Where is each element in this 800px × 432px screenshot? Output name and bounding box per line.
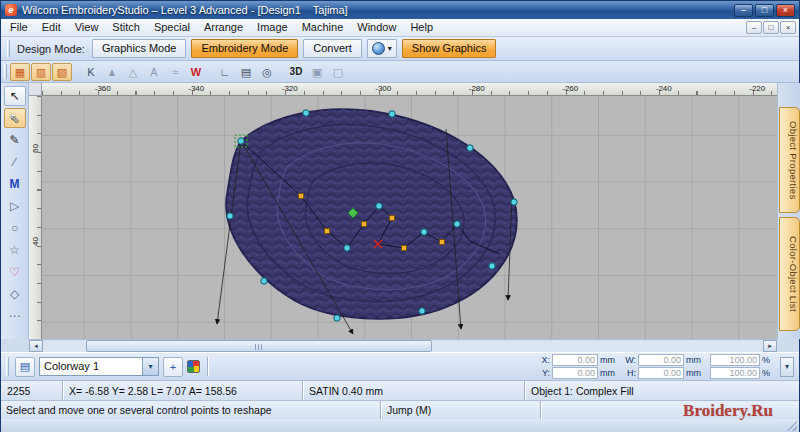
ruler-corner bbox=[29, 83, 42, 96]
menu-view[interactable]: View bbox=[68, 19, 106, 36]
convert-button[interactable]: Convert bbox=[303, 39, 362, 58]
view-3d-icon[interactable]: 3D bbox=[286, 63, 306, 81]
ruler-label: -360 bbox=[56, 83, 150, 95]
h-field[interactable]: 0.00 bbox=[638, 367, 684, 379]
show-functions-icon[interactable]: △ bbox=[123, 63, 143, 81]
show-graphics-button[interactable]: Show Graphics bbox=[402, 39, 497, 58]
menu-machine[interactable]: Machine bbox=[295, 19, 351, 36]
menu-arrange[interactable]: Arrange bbox=[197, 19, 250, 36]
ruler-label: -260 bbox=[524, 83, 618, 95]
toolbar-grip[interactable] bbox=[7, 40, 10, 56]
pointer-position: X= -6.58 Y= 2.58 L= 7.07 A= 158.56 bbox=[63, 381, 303, 400]
scale-y-field[interactable]: 100.00 bbox=[710, 367, 760, 379]
y-field[interactable]: 0.00 bbox=[552, 367, 598, 379]
menu-image[interactable]: Image bbox=[250, 19, 295, 36]
stitch-wave-icon[interactable]: ≈ bbox=[165, 63, 185, 81]
tab-color-object-list[interactable]: Color-Object List bbox=[779, 217, 800, 331]
menu-edit[interactable]: Edit bbox=[35, 19, 68, 36]
titlebar: e Wilcom EmbroideryStudio – Level 3 Adva… bbox=[1, 1, 799, 19]
scroll-track[interactable] bbox=[43, 340, 763, 352]
letter-spacing-icon[interactable]: A bbox=[144, 63, 164, 81]
embroidery-object[interactable] bbox=[226, 109, 516, 318]
horizontal-scrollbar: ◂ ▸ bbox=[29, 339, 777, 352]
extra-icon-2[interactable]: ▢ bbox=[328, 63, 348, 81]
tab-object-properties[interactable]: Object Properties bbox=[779, 107, 800, 213]
w-field[interactable]: 0.00 bbox=[638, 354, 684, 366]
resize-grip-icon[interactable] bbox=[786, 420, 797, 431]
chevron-down-icon[interactable]: ▾ bbox=[143, 357, 159, 376]
ruler-label: -300 bbox=[337, 83, 431, 95]
docker-panel: Object PropertiesColor-Object List bbox=[777, 83, 800, 339]
colorway-bar: ▤ Colorway 1 ▾ + X: 0.00 mm W: 0.00 mm 1… bbox=[1, 352, 799, 381]
panel-options-button[interactable]: ▾ bbox=[780, 357, 794, 377]
embroidery-mode-button[interactable]: Embroidery Mode bbox=[191, 39, 298, 58]
design-canvas[interactable] bbox=[42, 96, 777, 339]
w-label: W: bbox=[624, 355, 638, 365]
grid-icon[interactable]: ▤ bbox=[236, 63, 256, 81]
view-toolbar-icons: ▦▥▧K▲△A≈W∟▤◎3D▣▢ bbox=[10, 63, 348, 81]
maximize-button[interactable]: □ bbox=[755, 4, 774, 17]
menu-help[interactable]: Help bbox=[403, 19, 440, 36]
mirror-tool[interactable]: ♡ bbox=[4, 262, 26, 282]
menu-file[interactable]: File bbox=[3, 19, 35, 36]
lettering-tool[interactable]: M bbox=[4, 174, 26, 194]
machine-format-button[interactable]: ▾ bbox=[367, 39, 397, 58]
circle-tool[interactable]: ○ bbox=[4, 218, 26, 238]
menu-special[interactable]: Special bbox=[147, 19, 197, 36]
run-tool[interactable]: ▷ bbox=[4, 196, 26, 216]
show-outlines-icon[interactable]: ▧ bbox=[52, 63, 72, 81]
ruler-label: 40 bbox=[31, 235, 40, 248]
menubar: FileEditViewStitchSpecialArrangeImageMac… bbox=[1, 19, 799, 37]
add-colorway-button[interactable]: + bbox=[163, 357, 183, 377]
colorway-selected-value[interactable]: Colorway 1 bbox=[39, 357, 143, 376]
window-frame-bottom bbox=[1, 419, 799, 432]
star-tool[interactable]: ☆ bbox=[4, 240, 26, 260]
reshape-tool[interactable]: ⇖ bbox=[4, 108, 26, 128]
app-logo-icon: e bbox=[5, 4, 17, 16]
extra-icon-1[interactable]: ▣ bbox=[307, 63, 327, 81]
workspace: ↖⇖✎∕M▷○☆♡◇⋯ -360-340-320-300-280-260-240… bbox=[1, 83, 800, 339]
node-tool[interactable]: ◇ bbox=[4, 284, 26, 304]
x-label: X: bbox=[538, 355, 552, 365]
ruler-label: -280 bbox=[430, 83, 524, 95]
h-unit: mm bbox=[684, 368, 702, 378]
scroll-thumb[interactable] bbox=[86, 340, 432, 352]
minimize-button[interactable]: – bbox=[734, 4, 753, 17]
mdi-controls: – □ × bbox=[746, 19, 799, 36]
connectors-icon[interactable]: K bbox=[81, 63, 101, 81]
chevron-down-icon: ▾ bbox=[388, 45, 392, 53]
lettering-icon[interactable]: W bbox=[186, 63, 206, 81]
colorway-docker-icon[interactable]: ▤ bbox=[15, 357, 35, 377]
transform-fields: X: 0.00 mm W: 0.00 mm 100.00 % Y: 0.00 m… bbox=[538, 354, 772, 380]
menu-stitch[interactable]: Stitch bbox=[105, 19, 147, 36]
measure-icon[interactable]: ∟ bbox=[215, 63, 235, 81]
selected-object-info: Object 1: Complex Fill bbox=[525, 381, 799, 400]
menu-window[interactable]: Window bbox=[350, 19, 403, 36]
slow-redraw-icon[interactable]: ▲ bbox=[102, 63, 122, 81]
scale-x-field[interactable]: 100.00 bbox=[710, 354, 760, 366]
hoop-icon[interactable]: ◎ bbox=[257, 63, 277, 81]
toolbar-grip[interactable] bbox=[4, 64, 7, 79]
scroll-left-button[interactable]: ◂ bbox=[29, 340, 43, 352]
close-button[interactable]: × bbox=[776, 4, 795, 17]
show-design-icon[interactable]: ▦ bbox=[10, 63, 30, 81]
colorway-select[interactable]: Colorway 1 ▾ bbox=[39, 357, 159, 376]
select-tool[interactable]: ↖ bbox=[4, 86, 26, 106]
w-unit: mm bbox=[684, 355, 702, 365]
mdi-restore-button[interactable]: □ bbox=[763, 21, 779, 34]
mdi-minimize-button[interactable]: – bbox=[746, 21, 762, 34]
more-tools[interactable]: ⋯ bbox=[4, 306, 26, 326]
show-stitches-icon[interactable]: ▥ bbox=[31, 63, 51, 81]
mixed-colors-icon[interactable] bbox=[187, 360, 200, 373]
line-tool[interactable]: ∕ bbox=[4, 152, 26, 172]
graphics-mode-button[interactable]: Graphics Mode bbox=[92, 39, 187, 58]
design-mode-label: Design Mode: bbox=[17, 43, 85, 55]
ruler-label: -220 bbox=[711, 83, 778, 95]
digitize-pen-tool[interactable]: ✎ bbox=[4, 130, 26, 150]
scroll-right-button[interactable]: ▸ bbox=[763, 340, 777, 352]
toolbar-grip[interactable] bbox=[6, 357, 9, 376]
mdi-close-button[interactable]: × bbox=[780, 21, 796, 34]
x-field[interactable]: 0.00 bbox=[552, 354, 598, 366]
toolbox-tools: ↖⇖✎∕M▷○☆♡◇⋯ bbox=[4, 86, 26, 326]
ruler-label: -320 bbox=[243, 83, 337, 95]
